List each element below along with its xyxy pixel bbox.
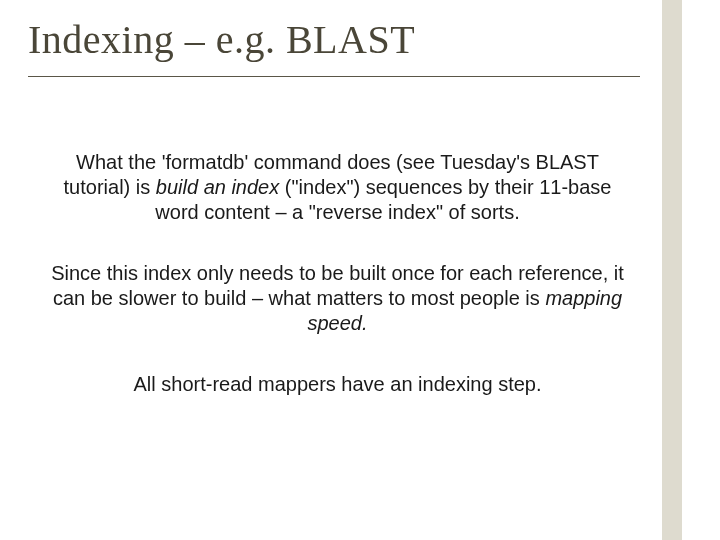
slide: Indexing – e.g. BLAST What the 'formatdb… [0, 0, 720, 540]
slide-body: What the 'formatdb' command does (see Tu… [45, 150, 630, 433]
paragraph-1: What the 'formatdb' command does (see Tu… [45, 150, 630, 225]
text-run-italic: build an index [156, 176, 279, 198]
paragraph-3: All short-read mappers have an indexing … [45, 372, 630, 397]
paragraph-2: Since this index only needs to be built … [45, 261, 630, 336]
text-run: Since this index only needs to be built … [51, 262, 624, 309]
accent-bar [662, 0, 682, 540]
slide-title: Indexing – e.g. BLAST [28, 18, 640, 77]
